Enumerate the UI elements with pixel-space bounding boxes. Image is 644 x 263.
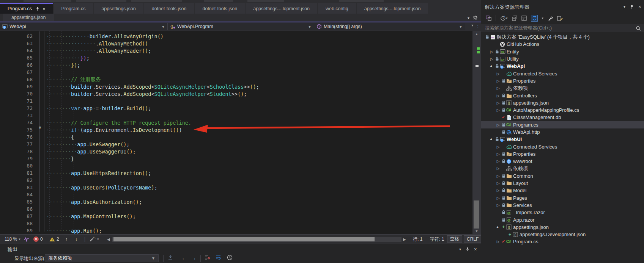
line-number[interactable]: 78 bbox=[0, 149, 33, 154]
collapse-all-icon[interactable] bbox=[512, 16, 517, 21]
code-line[interactable]: 82 bbox=[0, 177, 472, 184]
tree-item[interactable]: ▷Services bbox=[481, 202, 644, 209]
line-number[interactable]: 70 bbox=[0, 91, 33, 97]
close-icon[interactable]: × bbox=[638, 4, 641, 9]
code-line[interactable]: 76········{ bbox=[0, 133, 472, 141]
error-count[interactable]: × 0 bbox=[33, 235, 43, 244]
tree-item[interactable]: ▷依赖项 bbox=[481, 85, 644, 92]
line-number[interactable]: 74 bbox=[0, 120, 33, 125]
horizontal-scrollbar[interactable] bbox=[112, 237, 402, 242]
collapsed-chevron-icon[interactable]: ▷ bbox=[496, 72, 501, 76]
line-number[interactable]: 85 bbox=[0, 199, 33, 205]
collapsed-chevron-icon[interactable]: ▷ bbox=[496, 196, 501, 200]
code-line[interactable]: 65···········}); bbox=[0, 54, 472, 61]
collapsed-chevron-icon[interactable]: ▷ bbox=[496, 159, 501, 163]
tree-item[interactable]: ▷{}appsettings.json bbox=[481, 99, 644, 106]
collapsed-chevron-icon[interactable]: ▷ bbox=[496, 79, 501, 83]
code-line[interactable]: 78··········app.UseSwaggerUI(); bbox=[0, 148, 472, 155]
clear-all-icon[interactable] bbox=[205, 255, 211, 260]
line-number[interactable]: 68 bbox=[0, 77, 33, 82]
collapsed-chevron-icon[interactable]: ▷ bbox=[489, 50, 494, 54]
scrollbar-thumb[interactable] bbox=[113, 237, 375, 241]
expanded-chevron-icon[interactable]: ▸ bbox=[489, 64, 494, 68]
expanded-chevron-icon[interactable]: ▸ bbox=[496, 225, 501, 229]
tree-item[interactable]: +{}appsettings.Development.json bbox=[481, 231, 644, 238]
code-line[interactable]: 89········app.Run(); bbox=[0, 227, 472, 234]
code-line[interactable]: 70········builder.Services.AddScoped<SQL… bbox=[0, 90, 472, 97]
tree-item[interactable]: ▷Layout bbox=[481, 180, 644, 187]
pin-icon[interactable] bbox=[466, 247, 469, 252]
code-line[interactable]: 87········app.MapControllers(); bbox=[0, 213, 472, 220]
code-line[interactable]: 72········var·app·=·builder.Build(); bbox=[0, 105, 472, 112]
code-line[interactable]: 81········app.UseHttpsRedirection(); bbox=[0, 169, 472, 177]
collapsed-chevron-icon[interactable]: ▷ bbox=[496, 101, 501, 105]
collapsed-chevron-icon[interactable]: ▷ bbox=[496, 123, 501, 127]
line-number[interactable]: 66 bbox=[0, 62, 33, 68]
line-number[interactable]: 73 bbox=[0, 113, 33, 118]
tree-item[interactable]: ▷Controllers bbox=[481, 92, 644, 99]
scroll-left-icon[interactable]: ◀ bbox=[107, 235, 110, 244]
type-dropdown[interactable]: {} WebApi.Program ▼ bbox=[168, 23, 314, 30]
tab-overflow-dropdown-icon[interactable]: ▾ bbox=[468, 16, 469, 20]
space-indent-toggle[interactable]: 空格 bbox=[447, 235, 462, 243]
editor-tab[interactable]: appsettings....lopment.json bbox=[246, 3, 317, 14]
collapsed-chevron-icon[interactable]: ▷ bbox=[496, 152, 501, 156]
next-message-icon[interactable]: → bbox=[191, 255, 197, 261]
line-number[interactable]: 63 bbox=[0, 41, 33, 46]
code-line[interactable]: 83········app.UseCors(PolicyCorsName); bbox=[0, 184, 472, 191]
line-number[interactable]: 76 bbox=[0, 134, 33, 140]
line-number[interactable]: 64 bbox=[0, 48, 33, 53]
code-line[interactable]: 67 bbox=[0, 69, 472, 76]
code-line[interactable]: 64················.AllowAnyHeader(); bbox=[0, 47, 472, 54]
collapsed-chevron-icon[interactable]: ▷ bbox=[496, 86, 501, 90]
code-area[interactable]: 62··············builder.AllowAnyOrigin()… bbox=[0, 31, 472, 234]
code-line[interactable]: 80 bbox=[0, 162, 472, 169]
chevron-down-icon[interactable]: ▾ bbox=[471, 23, 473, 29]
code-line[interactable]: 68········// 注册服务 bbox=[0, 76, 472, 83]
editor-tab[interactable]: web.config bbox=[318, 3, 356, 14]
tree-item[interactable]: ▷C#AutoMapperMappingProfile.cs bbox=[481, 106, 644, 114]
eol-toggle[interactable]: CRLF bbox=[464, 235, 482, 243]
tree-item[interactable]: GitHub Actions bbox=[481, 41, 644, 48]
editor-tab[interactable]: appsettings.json bbox=[3, 14, 54, 21]
chevron-down-icon[interactable]: ▾ bbox=[542, 16, 544, 20]
code-line[interactable]: 73 bbox=[0, 112, 472, 119]
code-line[interactable]: 66········}); bbox=[0, 61, 472, 69]
line-number[interactable]: 83 bbox=[0, 185, 33, 190]
code-cleanup-button[interactable]: ▾ bbox=[90, 235, 99, 244]
scroll-down-icon[interactable]: ▼ bbox=[472, 229, 481, 233]
line-number[interactable]: 80 bbox=[0, 163, 33, 169]
prev-issue-icon[interactable]: ↑ bbox=[65, 235, 68, 244]
code-line[interactable]: 86 bbox=[0, 205, 472, 213]
line-number[interactable]: 88 bbox=[0, 221, 33, 226]
collapsed-chevron-icon[interactable]: ▷ bbox=[496, 94, 501, 98]
gear-icon[interactable] bbox=[472, 15, 478, 20]
tree-item[interactable]: ▷✓C#Program.cs bbox=[481, 238, 644, 245]
history-icon[interactable] bbox=[227, 255, 233, 260]
line-number[interactable]: 87 bbox=[0, 213, 33, 219]
tree-item[interactable]: ∞解决方案 'EasySQLite' (4 个项目，共 4 个) bbox=[481, 33, 644, 41]
vertical-scrollbar[interactable]: ▲ ▼ bbox=[472, 31, 481, 234]
health-indicator-icon[interactable] bbox=[24, 235, 29, 244]
collapsed-chevron-icon[interactable]: ▷ bbox=[496, 108, 501, 112]
editor-tab[interactable]: Program.cs bbox=[54, 3, 93, 14]
pin-icon[interactable] bbox=[630, 5, 634, 9]
tree-item[interactable]: ▸WebApi bbox=[481, 63, 644, 70]
sync-active-document-icon[interactable] bbox=[531, 15, 538, 22]
editor-tab[interactable]: dotnet-tools.json bbox=[195, 3, 245, 14]
tree-item[interactable]: ▷C#Program.cs bbox=[481, 121, 644, 128]
chevron-down-icon[interactable]: ▾ bbox=[624, 5, 625, 9]
tree-item[interactable]: ▸WebUI bbox=[481, 136, 644, 143]
tree-item[interactable]: ▷Connected Services bbox=[481, 70, 644, 77]
tree-item[interactable]: ✓ClassManagement.db bbox=[481, 114, 644, 121]
expanded-chevron-icon[interactable]: ▸ bbox=[489, 137, 494, 141]
scroll-right-icon[interactable]: ▶ bbox=[403, 235, 406, 244]
close-icon[interactable]: × bbox=[474, 246, 477, 252]
next-issue-icon[interactable]: ↓ bbox=[75, 235, 77, 244]
collapsed-chevron-icon[interactable]: ▷ bbox=[496, 181, 501, 185]
code-line[interactable]: 75········if·(app.Environment.IsDevelopm… bbox=[0, 126, 472, 133]
tree-item[interactable]: ▷wwwroot bbox=[481, 158, 644, 165]
code-line[interactable]: 85········app.UseAuthorization(); bbox=[0, 198, 472, 205]
split-editor-icon[interactable]: ÷ bbox=[476, 23, 479, 29]
output-source-dropdown[interactable]: 服务依赖项 ▼ bbox=[45, 254, 159, 262]
